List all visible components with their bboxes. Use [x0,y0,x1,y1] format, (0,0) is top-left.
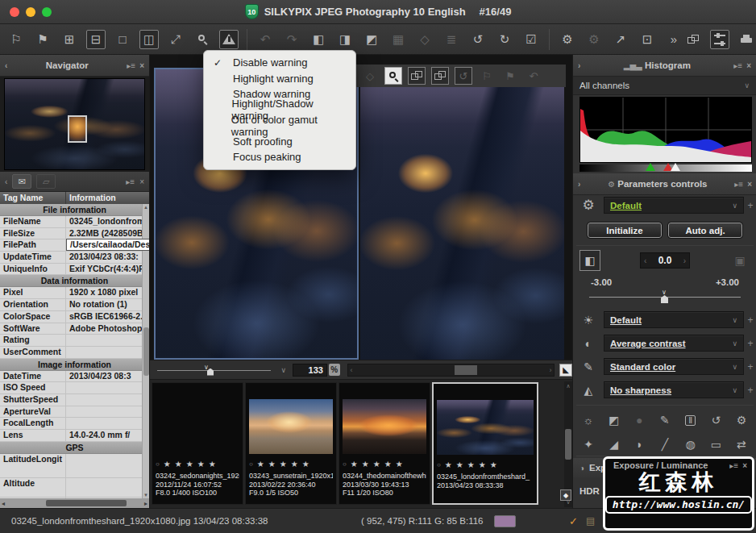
mark-reject-icon[interactable]: ⚐ [478,67,496,85]
tone-curve-icon[interactable]: ◩ [604,410,625,431]
star-icon[interactable]: ★ [445,460,455,469]
star-icon[interactable]: ★ [164,460,173,468]
convert-icon[interactable]: ⇄ [731,434,752,455]
check-mark-icon[interactable]: ☑ [521,30,541,49]
rating-stars[interactable]: ○★★★★★ [437,460,534,469]
increase-icon[interactable]: › [683,256,686,265]
add-preset-icon[interactable]: + [744,200,756,211]
rating-none-icon[interactable]: ○ [437,461,443,468]
star-icon[interactable]: ★ [456,460,466,469]
table-row[interactable]: UniqueInfoExif YCbCr(4:4:4)Pr [0,264,149,276]
close-panel-icon[interactable]: × [747,180,752,189]
white-balance-icon[interactable]: ☀ [573,314,604,327]
rating-none-icon[interactable]: ○ [156,460,162,468]
table-row[interactable]: FocalLength [0,418,149,430]
close-window-button[interactable] [10,7,19,17]
gradation-icon[interactable]: ◢ [604,434,625,455]
menu-item-out-of-color-gamut-warning[interactable]: Out of color gamut warning [204,118,355,134]
thumbnail-item[interactable]: ○★★★★★03245_londonfromtheshard_2013/04/2… [432,382,538,505]
rating-stars[interactable]: ○★★★★★ [343,460,426,468]
scrollbar-thumb[interactable] [455,365,477,375]
star-icon[interactable]: ★ [280,460,289,468]
star-icon[interactable]: ★ [186,460,196,468]
compare-pages-icon[interactable] [408,67,426,85]
filmstrip-mark-button[interactable]: ◆ [560,489,571,501]
rating-none-icon[interactable]: ○ [249,460,255,468]
undo-icon[interactable]: ↶ [525,67,542,85]
thumbnail-item[interactable]: ○★★★★★03243_sunsetrain_1920x10802013/02/… [245,382,337,505]
mark-reject-icon[interactable]: ⚐ [6,30,26,49]
loupe-icon[interactable] [193,30,212,49]
star-icon[interactable]: ★ [257,460,267,468]
scroll-left-icon[interactable]: ‹ [351,366,353,374]
rating-none-icon[interactable]: ○ [343,460,349,468]
table-row[interactable]: ApertureVal [0,406,149,418]
brush-icon[interactable]: ╱ [654,434,675,455]
panel-menu-icon[interactable]: ▸≡ [734,180,743,189]
decrease-icon[interactable]: ‹ [644,256,646,265]
copy-settings-icon[interactable]: ▤ [586,515,595,527]
thumbnail-view-icon[interactable]: ⊞ [60,30,79,49]
parameter-edit-icon[interactable]: ✎ [654,410,675,431]
scrollbar-thumb[interactable] [565,429,571,460]
develop-check-icon[interactable]: ⚙ [584,30,604,49]
display-settings-icon[interactable]: ⊡ [638,30,657,49]
zoom-slider[interactable]: ∨ [157,364,271,376]
zoom-window-button[interactable] [42,7,52,17]
preview-horizontal-scrollbar[interactable]: ‹ › [347,364,555,377]
print-icon[interactable] [737,30,756,49]
zoom-dropdown-icon[interactable]: ∨ [280,366,286,374]
star-icon[interactable]: ★ [302,460,312,468]
contrast-icon[interactable]: ◐ [573,337,604,350]
star-icon[interactable]: ★ [197,460,207,468]
restore-icon[interactable]: ↺ [705,410,726,431]
exposure-target-icon[interactable]: ▣ [729,250,750,271]
table-row[interactable]: UserComment [0,347,149,359]
collapse-panel-icon[interactable]: ‹ [5,61,7,70]
scroll-down-icon[interactable]: ▼ [143,493,148,498]
loupe-tool-icon[interactable] [384,67,402,85]
table-row[interactable]: Pixel1920 x 1080 pixel [0,287,149,299]
collapse-panel-icon[interactable]: ‹ [5,177,7,186]
color-icon[interactable]: ✎ [573,360,604,373]
expand-panel-icon[interactable]: › [578,61,580,70]
shadow-marker-icon[interactable] [646,163,655,171]
menu-item-highlight-warning[interactable]: Highlight warning [204,71,355,87]
scroll-up-icon[interactable]: ▲ [143,205,148,210]
mark-select-icon[interactable]: ⚑ [33,30,52,49]
settings-gears-icon[interactable]: ⚙ [731,410,752,431]
table-row[interactable]: ColorSpacesRGB IEC61966-2.1 [0,311,149,323]
white-balance-dropdown[interactable]: Default∨ [604,311,744,328]
star-icon[interactable]: ★ [209,460,218,468]
distortion-tool-icon[interactable]: ◇ [415,30,434,49]
control-panels-icon[interactable] [710,30,729,49]
frame-display-icon[interactable]: Ⅱ [680,410,701,431]
scroll-left-icon[interactable]: ◂ [2,500,5,507]
rating-stars[interactable]: ○★★★★★ [156,460,239,468]
table-row[interactable]: DateTime2013/04/23 08:3 [0,371,149,383]
star-icon[interactable]: ★ [490,460,500,469]
contrast-tool-icon[interactable]: ◩ [362,30,381,49]
lens-effect-icon[interactable]: ● [629,410,650,431]
table-row[interactable]: Lens14.0-24.0 mm f/ [0,430,149,442]
filmstrip-scrollbar[interactable]: ∧ ∨ [564,381,572,507]
pan-tool-icon[interactable]: ◣ [559,364,572,377]
star-icon[interactable]: ★ [479,460,488,469]
star-icon[interactable]: ★ [362,460,372,468]
crop-icon[interactable]: ▭ [705,434,726,455]
color-dropdown[interactable]: Standard color∨ [604,358,744,375]
preset-dropdown[interactable]: Default ∨ [604,197,744,214]
warning-display-icon[interactable] [219,30,239,49]
properties-horizontal-scrollbar[interactable]: ◂ ▸ [0,498,149,508]
contrast-dropdown[interactable]: Average contrast∨ [604,335,744,352]
table-row[interactable]: OrientationNo rotation (1) [0,299,149,311]
status-check-icon[interactable]: ✓ [569,515,578,527]
sharpness-icon[interactable]: ◭ [573,384,604,397]
menu-item-focus-peaking[interactable]: Focus peaking [204,149,355,165]
combination-view-icon[interactable]: ⊟ [86,30,106,49]
panel-menu-icon[interactable]: ▸≡ [127,61,135,70]
table-row[interactable]: GPS Track [0,498,149,498]
star-icon[interactable]: ★ [291,460,301,468]
table-row[interactable]: Altitude [0,478,149,498]
zoom-value[interactable]: 133 [293,364,327,377]
